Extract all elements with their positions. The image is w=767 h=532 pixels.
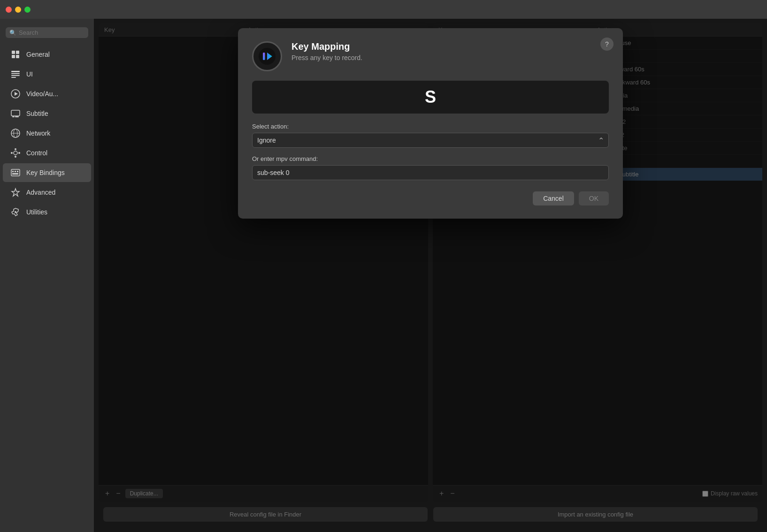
- sidebar-item-utilities-label: Utilities: [26, 208, 47, 216]
- key-bindings-icon: [10, 167, 21, 178]
- subtitle-icon: [10, 108, 21, 119]
- svg-rect-12: [15, 116, 19, 117]
- play-icon: [259, 48, 276, 65]
- svg-point-17: [15, 148, 16, 150]
- sidebar-item-advanced-label: Advanced: [26, 189, 55, 196]
- svg-point-20: [18, 152, 20, 154]
- key-mapping-modal: ?: [238, 28, 623, 219]
- sidebar-item-ui-label: UI: [26, 70, 33, 78]
- mpv-command-input[interactable]: [252, 165, 609, 180]
- general-icon: [10, 49, 21, 60]
- svg-rect-4: [11, 71, 20, 72]
- svg-rect-21: [11, 169, 20, 176]
- cancel-button[interactable]: Cancel: [533, 191, 574, 205]
- sidebar-item-key-bindings-label: Key Bindings: [26, 169, 65, 176]
- modal-title: Key Mapping: [291, 41, 609, 52]
- svg-rect-23: [15, 171, 16, 172]
- app-window: 🔍 General: [0, 0, 767, 532]
- svg-rect-1: [16, 51, 19, 54]
- traffic-lights: [6, 7, 31, 13]
- close-button[interactable]: [6, 7, 12, 13]
- svg-rect-0: [12, 51, 15, 54]
- main-layout: 🔍 General: [0, 19, 767, 532]
- svg-rect-6: [11, 75, 20, 76]
- sidebar-item-subtitle[interactable]: Subtitle: [3, 104, 91, 123]
- sidebar-item-video-audio[interactable]: Video/Au...: [3, 84, 91, 103]
- sidebar-item-utilities[interactable]: Utilities: [3, 203, 91, 221]
- action-select-wrapper: IgnorePlay/PauseStopSeek ForwardSeek Bac…: [252, 133, 609, 148]
- action-select[interactable]: IgnorePlay/PauseStopSeek ForwardSeek Bac…: [252, 133, 609, 148]
- svg-rect-25: [12, 173, 18, 175]
- ok-button[interactable]: OK: [579, 191, 609, 205]
- svg-rect-22: [12, 171, 14, 172]
- search-bar[interactable]: 🔍: [6, 27, 88, 38]
- svg-rect-11: [12, 116, 15, 117]
- svg-rect-24: [17, 171, 18, 172]
- svg-rect-28: [263, 53, 265, 60]
- key-display: S: [252, 81, 609, 114]
- sidebar: 🔍 General: [0, 19, 94, 532]
- utilities-icon: [10, 207, 21, 217]
- svg-point-18: [15, 156, 16, 158]
- advanced-icon: [10, 187, 21, 198]
- sidebar-item-network-label: Network: [26, 129, 50, 137]
- app-icon: [252, 41, 282, 71]
- sidebar-item-ui[interactable]: UI: [3, 65, 91, 84]
- sidebar-item-network[interactable]: Network: [3, 124, 91, 143]
- svg-point-16: [14, 151, 17, 155]
- svg-point-19: [11, 152, 13, 154]
- search-input[interactable]: [19, 29, 84, 36]
- modal-overlay: ?: [94, 19, 767, 532]
- modal-title-section: Key Mapping Press any key to record.: [291, 41, 609, 61]
- svg-rect-7: [11, 77, 16, 78]
- sidebar-item-general[interactable]: General: [3, 45, 91, 64]
- sidebar-item-subtitle-label: Subtitle: [26, 110, 48, 117]
- svg-marker-9: [15, 92, 18, 96]
- modal-header: Key Mapping Press any key to record.: [252, 41, 609, 71]
- sidebar-item-key-bindings[interactable]: Key Bindings: [3, 163, 91, 182]
- title-bar: [0, 0, 767, 19]
- sidebar-item-video-audio-label: Video/Au...: [26, 90, 58, 98]
- search-icon: 🔍: [9, 30, 16, 36]
- sidebar-item-control[interactable]: Control: [3, 144, 91, 162]
- minimize-button[interactable]: [15, 7, 21, 13]
- modal-subtitle: Press any key to record.: [291, 54, 609, 61]
- video-audio-icon: [10, 89, 21, 99]
- mpv-command-label: Or enter mpv command:: [252, 155, 609, 162]
- svg-rect-3: [16, 55, 19, 58]
- content-area: Key Action + − Duplicate...: [94, 19, 767, 532]
- svg-point-26: [15, 211, 16, 213]
- svg-rect-10: [11, 110, 20, 116]
- sidebar-item-advanced[interactable]: Advanced: [3, 183, 91, 202]
- key-text: S: [425, 87, 436, 107]
- svg-rect-2: [12, 55, 15, 58]
- maximize-button[interactable]: [24, 7, 31, 13]
- sidebar-item-control-label: Control: [26, 149, 47, 157]
- control-icon: [10, 148, 21, 158]
- help-button[interactable]: ?: [600, 38, 614, 51]
- sidebar-item-general-label: General: [26, 51, 50, 58]
- svg-rect-5: [11, 73, 20, 74]
- ui-icon: [10, 69, 21, 79]
- select-action-label: Select action:: [252, 123, 609, 130]
- modal-buttons: Cancel OK: [252, 191, 609, 205]
- network-icon: [10, 128, 21, 138]
